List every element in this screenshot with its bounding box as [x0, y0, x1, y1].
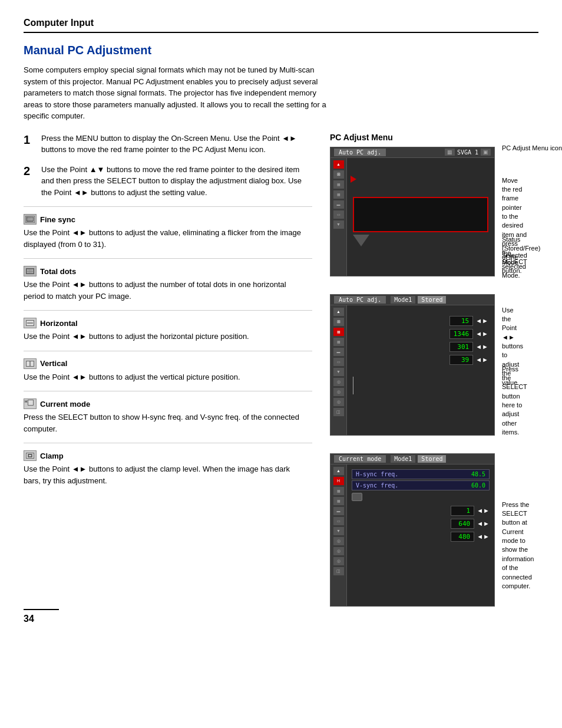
icon3-up: ▲ — [333, 467, 344, 475]
pc-adjust-menu-title: PC Adjust Menu — [330, 133, 538, 142]
icon3-p3: ◎ — [333, 557, 344, 565]
icon2-p2: ◎ — [333, 388, 344, 396]
icon3-grid2: ▦ — [333, 497, 344, 505]
icon3-rect2: ▭ — [333, 517, 344, 525]
screen2-display: Auto PC adj. Mode1 Stored ▲ ⊞ ▦ — [330, 294, 495, 436]
intro-text: Some computers employ special signal for… — [24, 64, 336, 122]
screen3-layout: Current mode Mode1 Stored ▲ H ▦ — [330, 453, 538, 607]
item-horizontal: Horizontal Use the Point ◄► buttons to a… — [24, 318, 312, 342]
screen2-wrapper: Auto PC adj. Mode1 Stored ▲ ⊞ ▦ — [330, 294, 495, 436]
vertical-icon — [24, 358, 37, 369]
total-dots-icon — [24, 266, 37, 276]
clamp-header: Clamp — [24, 450, 312, 461]
screen3-wrapper: Current mode Mode1 Stored ▲ H ▦ — [330, 453, 495, 607]
screen1-topbar: Auto PC adj. ▦ SVGA 1 ▣ — [330, 147, 494, 158]
section-title: Manual PC Adjustment — [24, 44, 538, 57]
screen3-topbar: Current mode Mode1 Stored — [330, 454, 494, 465]
divider-6 — [24, 443, 312, 443]
clamp-icon — [24, 450, 37, 461]
horizontal-icon — [24, 318, 37, 328]
screen2-arrow-2: ◄► — [475, 343, 488, 350]
screen3-values: 1 ◄► 640 ◄► 480 — [352, 506, 490, 542]
screen1-topbar-ext: ▣ — [481, 149, 491, 156]
screen1-display: Auto PC adj. ▦ SVGA 1 ▣ — [330, 147, 495, 276]
item-current-mode: H Current mode Press the SELECT button t… — [24, 398, 312, 434]
icon2-rect2: ▭ — [333, 358, 344, 366]
icon3-p4: ◫ — [333, 567, 344, 575]
screen2-val-1: 1346 — [449, 329, 474, 339]
screen3-freq1-label: H-sync freq. — [356, 471, 398, 477]
divider-5 — [24, 391, 312, 391]
horizontal-header: Horizontal — [24, 318, 312, 328]
total-dots-header: Total dots — [24, 266, 312, 276]
screen2-row-0: 15 ◄► — [353, 316, 488, 326]
screen2-press-select — [353, 377, 488, 394]
screen2-topbar-stored: Stored — [418, 296, 446, 304]
screen3-freq-boxes: H-sync freq. 48.5 V-sync freq. 60.0 — [352, 469, 490, 501]
screen1-annotations: PC Adjust Menu icon Move the red frame p… — [495, 147, 502, 276]
screen3-topbar-stored: Stored — [418, 455, 446, 463]
icon2-down: ▼ — [333, 368, 344, 376]
screen2-arrow-1: ◄► — [475, 330, 488, 337]
total-dots-label: Total dots — [40, 267, 76, 276]
screen3-freq2: V-sync freq. 60.0 — [352, 480, 490, 490]
icon-up: ▲ — [333, 160, 344, 169]
current-mode-label: Current mode — [40, 400, 90, 409]
item-clamp: Clamp Use the Point ◄► buttons to adjust… — [24, 450, 312, 486]
icon3-p1: ◎ — [333, 537, 344, 545]
divider-2 — [24, 258, 312, 259]
icon3-down: ▼ — [333, 527, 344, 535]
vertical-header: Vertical — [24, 358, 312, 369]
fine-sync-desc: Use the Point ◄► buttons to adjust the v… — [24, 227, 306, 250]
screen1-topbar-svga: SVGA 1 — [457, 149, 478, 156]
annot-press-current: Press the SELECT button atCurrent mode t… — [502, 500, 534, 591]
screen2-topbar: Auto PC adj. Mode1 Stored — [330, 295, 494, 305]
vertical-label: Vertical — [40, 359, 67, 368]
vertical-desc: Use the Point ◄► buttons to adjust the v… — [24, 371, 306, 383]
screen2-arrow-3: ◄► — [475, 356, 488, 363]
icon2-p4: ◫ — [333, 408, 344, 416]
header-title: Computer Input — [24, 18, 94, 28]
icon3-p2: ◎ — [333, 547, 344, 555]
arrow-down-block — [353, 235, 488, 246]
screen3-body: ▲ H ▦ ▦ ▬ ▭ ▼ ◎ ◎ ◎ — [330, 465, 494, 606]
screen3-arrow-2: ◄► — [477, 533, 490, 540]
screen3-freq2-label: V-sync freq. — [356, 482, 398, 489]
icon-adj: ⊞ — [333, 170, 344, 179]
screen3-annotations: Press the SELECT button atCurrent mode t… — [495, 453, 502, 607]
divider-1 — [24, 206, 312, 207]
screen2-row-2: 301 ◄► — [353, 342, 488, 352]
icon2-adj: ⊞ — [333, 318, 344, 326]
fine-sync-label: Fine sync — [40, 215, 75, 224]
screen2-arrow-0: ◄► — [475, 317, 488, 324]
annot-selected-mode-text: Selected Mode — [502, 252, 527, 266]
screen2-values: 15 ◄► 1346 ◄► 301 — [353, 316, 488, 365]
step-2-number: 2 — [24, 164, 35, 199]
horizontal-desc: Use the Point ◄► buttons to adjust the h… — [24, 331, 306, 342]
screen3-display: Current mode Mode1 Stored ▲ H ▦ — [330, 453, 495, 607]
screen2-val-2: 301 — [449, 342, 473, 352]
icon2-grid2: ▦ — [333, 338, 344, 346]
screen2-row-1: 1346 ◄► — [353, 329, 488, 339]
icon2-grid1: ▦ — [333, 328, 344, 336]
screen3-freq1-val: 48.5 — [471, 471, 485, 477]
horizontal-label: Horizontal — [40, 319, 78, 328]
item-vertical: Vertical Use the Point ◄► buttons to adj… — [24, 358, 312, 383]
screen1-topbar-icon: ▦ — [445, 149, 455, 156]
screen2-row-3: 39 ◄► — [353, 355, 488, 365]
clamp-desc: Use the Point ◄► buttons to adjust the c… — [24, 463, 306, 486]
icon-grid2: ▦ — [333, 190, 344, 199]
annot-pc-adjust-icon-text: PC Adjust Menu icon — [502, 144, 562, 151]
screen3-val-1: 640 — [451, 519, 474, 529]
fine-sync-header: Fine sync — [24, 214, 312, 225]
icon2-up: ▲ — [333, 308, 344, 316]
step-2-text: Use the Point ▲▼ buttons to move the red… — [41, 164, 312, 199]
screen3-arrow-0: ◄► — [477, 507, 490, 514]
screen2-main: 15 ◄► 1346 ◄► 301 — [347, 305, 494, 435]
screen2-topbar-label: Auto PC adj. — [334, 296, 386, 304]
icon-down: ▼ — [333, 220, 344, 229]
divider-4 — [24, 351, 312, 351]
screen3-row-2: 480 ◄► — [352, 532, 490, 542]
screen1-body: ▲ ⊞ ▦ ▦ ▬ ▭ ▼ — [330, 158, 494, 276]
screen1-layout: Auto PC adj. ▦ SVGA 1 ▣ — [330, 147, 538, 276]
